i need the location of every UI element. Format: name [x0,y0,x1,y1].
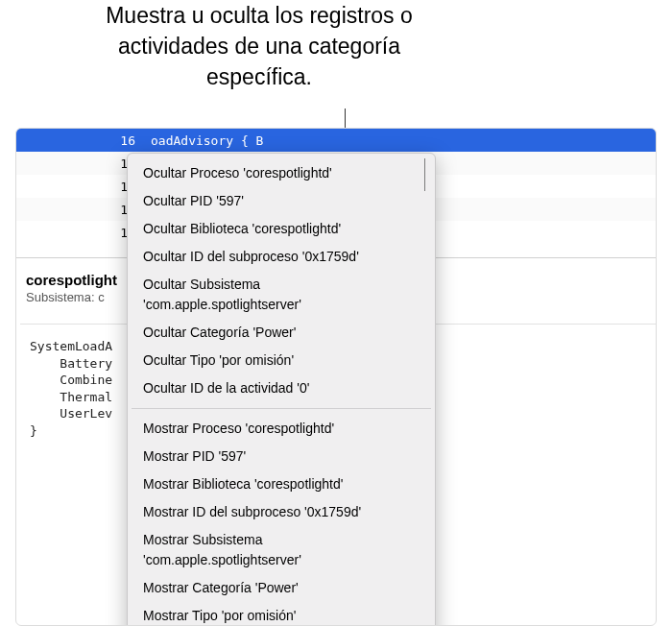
log-time-cell: 16 [16,175,143,198]
log-time-cell: 16 [16,152,143,175]
menu-scrollbar[interactable] [424,158,425,191]
menu-item-hide-activity[interactable]: Ocultar ID de la actividad '0' [128,374,435,402]
log-time-cell: 16 [16,221,143,244]
menu-item-show-library[interactable]: Mostrar Biblioteca 'corespotlightd' [128,470,435,498]
log-row-selected[interactable]: 16 oadAdvisory { B [16,129,656,152]
log-time-cell: 16 [16,129,143,152]
menu-item-hide-category[interactable]: Ocultar Categoría 'Power' [128,319,435,347]
menu-separator [132,408,431,409]
context-menu: Ocultar Proceso 'corespotlightd' Ocultar… [127,153,436,626]
menu-item-hide-thread-id[interactable]: Ocultar ID del subproceso '0x1759d' [128,243,435,271]
menu-item-show-subsystem[interactable]: Mostrar Subsistema 'com.apple.spotlights… [128,526,435,574]
menu-item-show-process[interactable]: Mostrar Proceso 'corespotlightd' [128,415,435,443]
menu-item-hide-subsystem[interactable]: Ocultar Subsistema 'com.apple.spotlights… [128,271,435,319]
menu-item-show-thread-id[interactable]: Mostrar ID del subproceso '0x1759d' [128,498,435,526]
log-time-cell: 16 [16,198,143,221]
menu-item-hide-type[interactable]: Ocultar Tipo 'por omisión' [128,347,435,374]
console-window: 16 oadAdvisory { B 16 oadAdvisory { B 16… [15,128,657,626]
callout-text: Muestra u oculta los registros o activid… [106,3,413,89]
callout-label: Muestra u oculta los registros o activid… [77,0,442,93]
menu-item-show-pid[interactable]: Mostrar PID '597' [128,443,435,470]
menu-item-hide-pid[interactable]: Ocultar PID '597' [128,187,435,215]
menu-item-hide-process[interactable]: Ocultar Proceso 'corespotlightd' [128,159,435,187]
menu-item-show-type[interactable]: Mostrar Tipo 'por omisión' [128,602,435,626]
log-msg-cell: oadAdvisory { B [143,129,656,152]
menu-item-show-category[interactable]: Mostrar Categoría 'Power' [128,574,435,602]
menu-item-hide-library[interactable]: Ocultar Biblioteca 'corespotlightd' [128,215,435,243]
